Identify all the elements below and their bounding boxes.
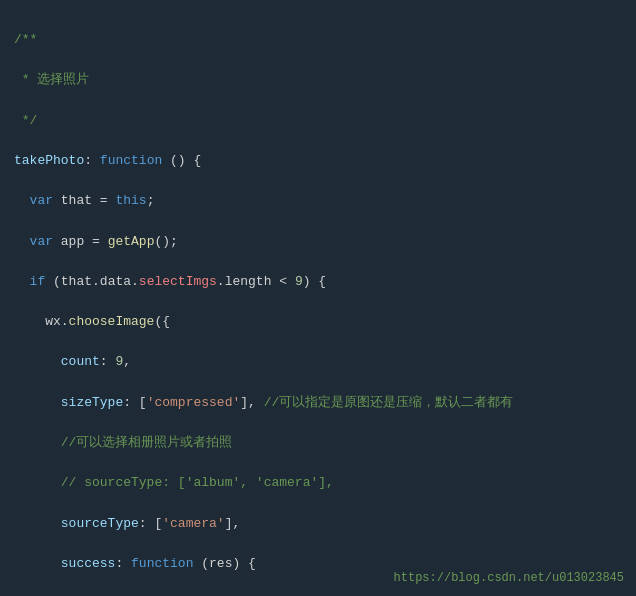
line-12: // sourceType: ['album', 'camera'], [14, 473, 622, 493]
line-8: wx.chooseImage({ [14, 312, 622, 332]
line-11: //可以选择相册照片或者拍照 [14, 433, 622, 453]
line-13: sourceType: ['camera'], [14, 514, 622, 534]
line-6: var app = getApp(); [14, 232, 622, 252]
footer-url: https://blog.csdn.net/u013023845 [394, 569, 624, 588]
line-7: if (that.data.selectImgs.length < 9) { [14, 272, 622, 292]
line-9: count: 9, [14, 352, 622, 372]
line-10: sizeType: ['compressed'], //可以指定是原图还是压缩，… [14, 393, 622, 413]
line-5: var that = this; [14, 191, 622, 211]
line-1: /** [14, 30, 622, 50]
code-container: /** * 选择照片 */ takePhoto: function () { v… [0, 0, 636, 596]
line-4: takePhoto: function () { [14, 151, 622, 171]
line-2: * 选择照片 [14, 70, 622, 90]
line-3: */ [14, 111, 622, 131]
